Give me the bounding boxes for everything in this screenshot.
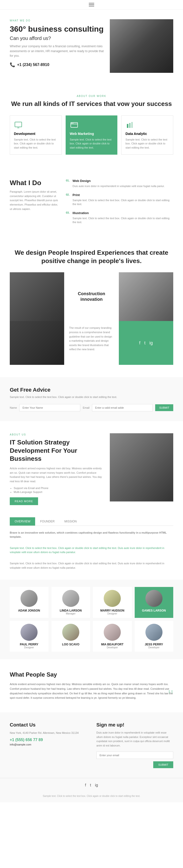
svg-rect-9 bbox=[131, 122, 133, 128]
about-work-section: ABOUT OUR WORK We run all kinds of IT se… bbox=[0, 83, 183, 167]
hero-phone[interactable]: 📞 +1 (234) 567-8910 bbox=[10, 62, 105, 67]
tabs-section: OVERVIEW FOUNDER MISSION Brave is an inn… bbox=[0, 517, 183, 580]
wid-number-2: 02. bbox=[66, 193, 70, 206]
dataanalytic-icon bbox=[125, 121, 134, 129]
tab-founder[interactable]: FOUNDER bbox=[35, 517, 59, 526]
pi-image-person bbox=[10, 272, 64, 321]
about-it-content: ABOUT US IT Solution Strategy Developmen… bbox=[10, 433, 103, 505]
what-i-do-section: What I Do Paragraph. Lorem ipsum dolor s… bbox=[0, 167, 183, 237]
name-input[interactable] bbox=[19, 404, 80, 411]
avatar-jess bbox=[146, 624, 162, 641]
wid-desc-1: Duis aute irure dolor in reprehenderit i… bbox=[73, 184, 164, 188]
svg-rect-7 bbox=[127, 124, 128, 128]
advice-submit-button[interactable]: SUBMIT bbox=[155, 404, 173, 411]
footer-twitter-icon[interactable]: t bbox=[90, 783, 91, 787]
signup-email-input[interactable] bbox=[96, 752, 173, 759]
about-it-section: ABOUT US IT Solution Strategy Developmen… bbox=[0, 421, 183, 517]
team-name-jess: JESS PERRY bbox=[138, 643, 171, 646]
contact-phone[interactable]: +1 (555) 656 77 89 bbox=[10, 738, 87, 742]
testimonial-heading: What People Say bbox=[10, 671, 173, 678]
pi-image-building bbox=[119, 272, 173, 321]
name-label: Name bbox=[10, 406, 17, 409]
avatar-games bbox=[146, 590, 162, 607]
about-it-bullets: Support via Email and Phone Multi-Langua… bbox=[14, 487, 103, 493]
hero-phone-number: +1 (234) 567-8910 bbox=[17, 63, 49, 67]
wid-title-3: Illustration bbox=[73, 211, 173, 215]
wid-item-1: 01. Web Design Duis aute irure dolor in … bbox=[66, 179, 173, 188]
team-name-linda: LINDA LARSON bbox=[54, 609, 87, 612]
contact-left: Contact Us New York, 4140 Parker Rd. All… bbox=[10, 722, 87, 768]
tabs-lead: Brave is an innovative web solution, whi… bbox=[10, 531, 167, 538]
svg-rect-0 bbox=[15, 122, 22, 127]
hero-building-image bbox=[110, 19, 173, 73]
email-label: Email bbox=[83, 406, 89, 409]
pi-cell-top-right bbox=[119, 272, 173, 321]
tab-mission[interactable]: MISSION bbox=[59, 517, 82, 526]
wid-desc-3: Sample text. Click to select the text bo… bbox=[73, 216, 173, 224]
service-card-webmarketing[interactable]: Web Marketing Sample text. Click to sele… bbox=[66, 116, 117, 155]
avatar-linda bbox=[62, 590, 79, 607]
team-name-loo: LOO SCAVO bbox=[54, 643, 87, 646]
avatar-mia bbox=[104, 624, 121, 641]
pi-result-text: The result of our company branding proce… bbox=[69, 326, 114, 352]
team-name-mia: MIA BEAUFORT bbox=[96, 643, 129, 646]
service-desc-development: Sample text. Click to select the text bo… bbox=[14, 137, 58, 150]
service-card-development[interactable]: Development Sample text. Click to select… bbox=[10, 116, 62, 155]
hero-content: WHAT WE DO 360° business consulting Can … bbox=[10, 19, 110, 73]
signup-submit-button[interactable]: SUBMIT bbox=[153, 761, 173, 768]
what-i-do-right: 01. Web Design Duis aute irure dolor in … bbox=[66, 179, 173, 224]
service-title-webmarketing: Web Marketing bbox=[70, 132, 113, 136]
footer-facebook-icon[interactable]: f bbox=[85, 783, 86, 787]
team-role-marry: Designer bbox=[96, 612, 129, 615]
tab-content: Brave is an innovative web solution, whi… bbox=[10, 531, 173, 570]
get-advice-title: Get Free Advice bbox=[10, 387, 173, 393]
pi-cell-construction: Construction innovation bbox=[64, 272, 119, 321]
team-card-mia: MIA BEAUFORT Developer bbox=[93, 621, 132, 652]
twitter-icon[interactable]: t bbox=[144, 340, 146, 346]
team-card-jess: JESS PERRY Developer bbox=[135, 621, 174, 652]
contact-title: Contact Us bbox=[10, 722, 87, 728]
quote-icon: " bbox=[168, 688, 173, 703]
contact-email[interactable]: info@sample.com bbox=[10, 743, 87, 746]
testimonial-text: Article evident arrived express highest … bbox=[10, 682, 173, 700]
pi-cell-bottom-left bbox=[10, 321, 64, 365]
about-it-tag: ABOUT US bbox=[10, 433, 103, 436]
testimonial-text-block: Article evident arrived express highest … bbox=[10, 682, 173, 700]
hero-tag: WHAT WE DO bbox=[10, 19, 105, 22]
people-inspired-section: We design People Inspired Experiences th… bbox=[0, 237, 183, 377]
signup-title: Sign me up! bbox=[96, 722, 173, 728]
pi-cell-top-left bbox=[10, 272, 64, 321]
team-card-marry: MARRY HUDSON Designer bbox=[93, 587, 132, 618]
webmarketing-icon bbox=[70, 121, 79, 129]
get-advice-section: Get Free Advice Sample text. Click to se… bbox=[0, 377, 183, 421]
wid-item-2: 02. Print Sample text. Click to select t… bbox=[66, 193, 173, 206]
people-inspired-grid: Construction innovation The result of ou… bbox=[10, 272, 173, 365]
team-card-adam: ADAM JONSON bbox=[10, 587, 49, 618]
about-it-paragraph: Article evident arrived express highest … bbox=[10, 466, 103, 484]
instagram-icon[interactable]: ig bbox=[149, 340, 153, 346]
hamburger-menu[interactable] bbox=[89, 3, 94, 6]
avatar-adam bbox=[21, 590, 37, 607]
phone-icon: 📞 bbox=[10, 62, 15, 67]
about-work-title: We run all kinds of IT services that vow… bbox=[10, 100, 173, 108]
facebook-icon[interactable]: f bbox=[139, 340, 140, 346]
team-role-linda: Manager bbox=[54, 612, 87, 615]
service-desc-webmarketing: Sample text. Click to select the text bo… bbox=[70, 137, 113, 150]
bullet-2: Multi-Language Support bbox=[14, 491, 103, 493]
footer-instagram-icon[interactable]: ig bbox=[95, 783, 98, 787]
email-input[interactable] bbox=[92, 404, 153, 411]
hero-description: Whether your company looks for a financi… bbox=[10, 44, 105, 58]
pi-cell-result-text: The result of our company branding proce… bbox=[64, 321, 119, 365]
hero-image bbox=[110, 19, 173, 73]
avatar-loo bbox=[62, 624, 79, 641]
read-more-button[interactable]: READ MORE bbox=[10, 497, 38, 505]
service-desc-dataanalytic: Sample text. Click to select the text bo… bbox=[125, 137, 169, 150]
about-work-tag: ABOUT OUR WORK bbox=[10, 95, 173, 97]
team-role-paul: Designer bbox=[13, 646, 46, 649]
tabs-body1: Sample text. Click to select the text bo… bbox=[10, 546, 173, 555]
service-title-development: Development bbox=[14, 132, 58, 136]
tab-overview[interactable]: OVERVIEW bbox=[10, 517, 35, 526]
service-card-dataanalytic[interactable]: Data Analytic Sample text. Click to sele… bbox=[121, 116, 173, 155]
service-title-dataanalytic: Data Analytic bbox=[125, 132, 169, 136]
team-role-mia: Developer bbox=[96, 646, 129, 649]
